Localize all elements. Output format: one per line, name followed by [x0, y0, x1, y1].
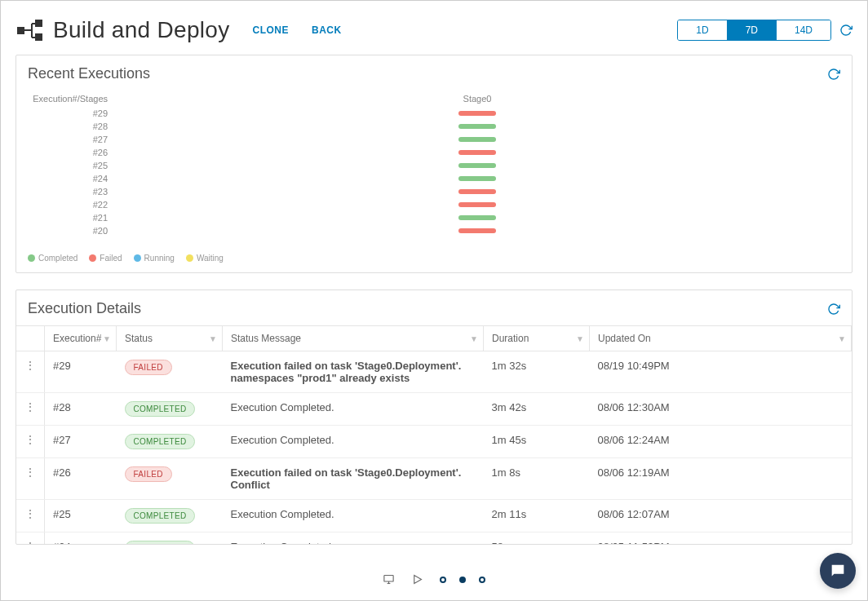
cell-updated: 08/06 12:07AM: [590, 500, 852, 533]
filter-icon[interactable]: ▼: [470, 334, 478, 343]
chart-bar-completed: [458, 215, 496, 220]
chart-row-label: #24: [28, 174, 114, 183]
pager-dot-2[interactable]: [459, 577, 466, 583]
chart-row-label: #25: [28, 161, 114, 170]
svg-rect-0: [17, 27, 24, 34]
range-1d[interactable]: 1D: [678, 20, 727, 40]
chart-row[interactable]: #26: [28, 146, 840, 159]
col-duration[interactable]: Duration▼: [484, 326, 590, 351]
chart-row[interactable]: #20: [28, 224, 840, 237]
clone-link[interactable]: CLONE: [253, 24, 290, 36]
row-menu-icon[interactable]: ⋮: [24, 466, 36, 479]
chart-row[interactable]: #28: [28, 120, 840, 133]
chart-bar-failed: [458, 189, 496, 194]
chart-bar-completed: [458, 163, 496, 168]
table-row[interactable]: ⋮ #26 FAILED Execution failed on task 'S…: [16, 458, 852, 500]
status-badge: COMPLETED: [125, 401, 196, 417]
cell-message: Execution Completed.: [223, 426, 484, 458]
cell-duration: 3m 42s: [484, 393, 590, 426]
chart-row[interactable]: #24: [28, 172, 840, 185]
legend-dot-failed: [89, 254, 96, 262]
chart-row[interactable]: #22: [28, 198, 840, 211]
cell-duration: 2m 11s: [484, 500, 590, 533]
col-status[interactable]: Status▼: [117, 326, 223, 351]
cell-duration: 1m 45s: [484, 426, 590, 458]
svg-rect-2: [35, 33, 42, 41]
status-badge: FAILED: [125, 360, 172, 375]
legend-dot-running: [134, 254, 141, 262]
chart-row-label: #23: [28, 187, 114, 197]
chart-row-label: #20: [28, 226, 114, 236]
cell-message: Execution Completed.: [223, 500, 484, 533]
monitor-icon[interactable]: [383, 573, 395, 586]
range-14d[interactable]: 14D: [777, 20, 830, 40]
chart-row-label: #27: [28, 135, 114, 144]
refresh-icon[interactable]: [827, 68, 840, 81]
executions-table: Execution#▼ Status▼ Status Message▼ Dura…: [16, 325, 852, 544]
refresh-icon[interactable]: [839, 24, 852, 37]
table-row[interactable]: ⋮ #25 COMPLETED Execution Completed. 2m …: [16, 500, 852, 533]
back-link[interactable]: BACK: [312, 24, 342, 36]
legend-dot-completed: [28, 254, 35, 262]
svg-marker-6: [414, 576, 422, 584]
chart-row[interactable]: #25: [28, 159, 840, 172]
cell-duration: 1m 8s: [484, 458, 590, 500]
col-message[interactable]: Status Message▼: [223, 326, 484, 351]
cell-execution: #28: [45, 393, 117, 426]
row-menu-icon[interactable]: ⋮: [24, 507, 36, 520]
status-badge: FAILED: [125, 466, 172, 482]
play-icon[interactable]: [411, 573, 423, 586]
pager-dot-1[interactable]: [440, 577, 446, 583]
cell-execution: #29: [45, 351, 117, 393]
filter-icon[interactable]: ▼: [103, 334, 111, 343]
chart-stage-label: Stage0: [114, 94, 840, 104]
pipeline-icon: [16, 15, 45, 45]
chart-bar-failed: [458, 150, 496, 155]
status-badge: COMPLETED: [125, 508, 196, 524]
chart-row[interactable]: #21: [28, 211, 840, 224]
table-row[interactable]: ⋮ #27 COMPLETED Execution Completed. 1m …: [16, 426, 852, 458]
table-row[interactable]: ⋮ #29 FAILED Execution failed on task 'S…: [16, 351, 852, 393]
recent-executions-title: Recent Executions: [28, 65, 150, 82]
page-header: Build and Deploy CLONE BACK 1D 7D 14D: [16, 1, 852, 55]
range-7d[interactable]: 7D: [728, 20, 777, 40]
chart-bar-completed: [458, 137, 496, 142]
cell-updated: 08/19 10:49PM: [590, 351, 852, 393]
table-row[interactable]: ⋮ #28 COMPLETED Execution Completed. 3m …: [16, 393, 852, 426]
chart-row[interactable]: #23: [28, 185, 840, 198]
cell-updated: 08/05 11:59PM: [590, 533, 852, 545]
chart-bar-completed: [458, 176, 496, 181]
table-row[interactable]: ⋮ #24 COMPLETED Execution Completed. 58s…: [16, 533, 852, 545]
chat-launcher[interactable]: [820, 553, 856, 589]
filter-icon[interactable]: ▼: [209, 334, 217, 343]
col-execution[interactable]: Execution#▼: [45, 326, 117, 351]
cell-message: Execution Completed.: [223, 393, 484, 426]
chart-row[interactable]: #29: [28, 107, 840, 120]
pager-dot-3[interactable]: [479, 577, 485, 583]
legend-dot-waiting: [186, 254, 193, 262]
pager: [1, 573, 867, 586]
filter-icon[interactable]: ▼: [838, 334, 846, 343]
cell-execution: #27: [45, 426, 117, 458]
row-menu-icon[interactable]: ⋮: [24, 400, 36, 413]
refresh-icon[interactable]: [827, 303, 840, 316]
time-range-group: 1D 7D 14D: [677, 20, 831, 41]
chart-row[interactable]: #27: [28, 133, 840, 146]
row-menu-icon[interactable]: ⋮: [24, 433, 36, 446]
svg-rect-1: [35, 20, 42, 27]
cell-updated: 08/06 12:24AM: [590, 426, 852, 458]
cell-execution: #25: [45, 500, 117, 533]
chart-bar-failed: [458, 202, 496, 207]
svg-rect-3: [384, 576, 393, 582]
chart-row-label: #26: [28, 148, 114, 157]
cell-duration: 58s: [484, 533, 590, 545]
cell-updated: 08/06 12:19AM: [590, 458, 852, 500]
filter-icon[interactable]: ▼: [576, 334, 584, 343]
col-menu: [16, 326, 45, 351]
status-badge: COMPLETED: [125, 434, 196, 449]
chart-row-label: #29: [28, 108, 114, 118]
col-updated[interactable]: Updated On▼: [590, 326, 852, 351]
row-menu-icon[interactable]: ⋮: [24, 359, 36, 372]
execution-details-title: Execution Details: [28, 300, 141, 317]
row-menu-icon[interactable]: ⋮: [24, 540, 36, 544]
